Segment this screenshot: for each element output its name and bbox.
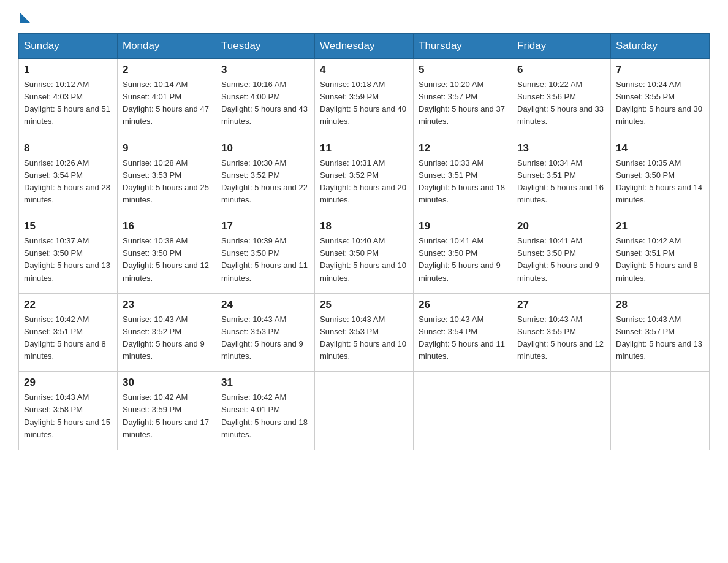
calendar-cell: 5 Sunrise: 10:20 AM Sunset: 3:57 PM Dayl… <box>414 59 512 137</box>
day-info: Sunrise: 10:43 AM Sunset: 3:53 PM Daylig… <box>221 313 309 363</box>
day-number: 27 <box>517 299 605 311</box>
day-info: Sunrise: 10:43 AM Sunset: 3:57 PM Daylig… <box>616 313 704 363</box>
day-info: Sunrise: 10:22 AM Sunset: 3:56 PM Daylig… <box>517 79 605 128</box>
day-number: 14 <box>616 142 704 155</box>
calendar: SundayMondayTuesdayWednesdayThursdayFrid… <box>18 33 710 450</box>
calendar-cell: 19 Sunrise: 10:41 AM Sunset: 3:50 PM Day… <box>414 215 512 294</box>
day-info: Sunrise: 10:43 AM Sunset: 3:52 PM Daylig… <box>123 313 211 363</box>
calendar-cell: 25 Sunrise: 10:43 AM Sunset: 3:53 PM Day… <box>315 293 414 372</box>
calendar-cell: 7 Sunrise: 10:24 AM Sunset: 3:55 PM Dayl… <box>611 59 710 137</box>
calendar-cell: 21 Sunrise: 10:42 AM Sunset: 3:51 PM Day… <box>611 215 710 294</box>
calendar-cell: 17 Sunrise: 10:39 AM Sunset: 3:50 PM Day… <box>216 215 315 294</box>
calendar-cell: 1 Sunrise: 10:12 AM Sunset: 4:03 PM Dayl… <box>19 59 118 137</box>
calendar-header-wednesday: Wednesday <box>315 34 414 59</box>
calendar-cell: 12 Sunrise: 10:33 AM Sunset: 3:51 PM Day… <box>414 137 512 215</box>
day-number: 28 <box>616 299 704 311</box>
day-info: Sunrise: 10:34 AM Sunset: 3:51 PM Daylig… <box>517 157 605 207</box>
day-info: Sunrise: 10:24 AM Sunset: 3:55 PM Daylig… <box>616 79 704 128</box>
calendar-cell: 24 Sunrise: 10:43 AM Sunset: 3:53 PM Day… <box>216 293 315 372</box>
day-number: 29 <box>24 377 112 389</box>
day-info: Sunrise: 10:43 AM Sunset: 3:54 PM Daylig… <box>419 313 507 363</box>
calendar-week-5: 29 Sunrise: 10:43 AM Sunset: 3:58 PM Day… <box>19 372 710 450</box>
day-number: 15 <box>24 220 112 232</box>
day-info: Sunrise: 10:28 AM Sunset: 3:53 PM Daylig… <box>123 157 211 207</box>
day-number: 23 <box>123 299 211 311</box>
day-info: Sunrise: 10:38 AM Sunset: 3:50 PM Daylig… <box>123 235 211 285</box>
day-info: Sunrise: 10:41 AM Sunset: 3:50 PM Daylig… <box>517 235 605 285</box>
calendar-week-1: 1 Sunrise: 10:12 AM Sunset: 4:03 PM Dayl… <box>19 59 710 137</box>
logo-arrow-icon <box>20 12 31 23</box>
day-number: 11 <box>320 142 408 155</box>
calendar-cell: 9 Sunrise: 10:28 AM Sunset: 3:53 PM Dayl… <box>118 137 216 215</box>
calendar-cell: 31 Sunrise: 10:42 AM Sunset: 4:01 PM Day… <box>216 372 315 450</box>
day-info: Sunrise: 10:20 AM Sunset: 3:57 PM Daylig… <box>419 79 507 128</box>
logo <box>18 12 31 21</box>
calendar-cell: 28 Sunrise: 10:43 AM Sunset: 3:57 PM Day… <box>611 293 710 372</box>
day-number: 25 <box>320 299 408 311</box>
calendar-header-monday: Monday <box>118 34 216 59</box>
calendar-cell <box>414 372 512 450</box>
calendar-cell: 27 Sunrise: 10:43 AM Sunset: 3:55 PM Day… <box>512 293 611 372</box>
day-number: 17 <box>221 220 309 232</box>
day-number: 1 <box>24 64 112 76</box>
day-number: 10 <box>221 142 309 155</box>
day-info: Sunrise: 10:14 AM Sunset: 4:01 PM Daylig… <box>123 79 211 128</box>
day-info: Sunrise: 10:40 AM Sunset: 3:50 PM Daylig… <box>320 235 408 285</box>
calendar-cell: 18 Sunrise: 10:40 AM Sunset: 3:50 PM Day… <box>315 215 414 294</box>
calendar-header-thursday: Thursday <box>414 34 512 59</box>
day-info: Sunrise: 10:42 AM Sunset: 3:59 PM Daylig… <box>123 391 211 441</box>
day-number: 13 <box>517 142 605 155</box>
calendar-cell: 3 Sunrise: 10:16 AM Sunset: 4:00 PM Dayl… <box>216 59 315 137</box>
day-info: Sunrise: 10:16 AM Sunset: 4:00 PM Daylig… <box>221 79 309 128</box>
calendar-header-tuesday: Tuesday <box>216 34 315 59</box>
page: SundayMondayTuesdayWednesdayThursdayFrid… <box>0 0 728 462</box>
day-info: Sunrise: 10:30 AM Sunset: 3:52 PM Daylig… <box>221 157 309 207</box>
day-number: 21 <box>616 220 704 232</box>
calendar-cell: 22 Sunrise: 10:42 AM Sunset: 3:51 PM Day… <box>19 293 118 372</box>
day-info: Sunrise: 10:41 AM Sunset: 3:50 PM Daylig… <box>419 235 507 285</box>
calendar-cell: 13 Sunrise: 10:34 AM Sunset: 3:51 PM Day… <box>512 137 611 215</box>
calendar-cell <box>315 372 414 450</box>
day-number: 24 <box>221 299 309 311</box>
day-info: Sunrise: 10:26 AM Sunset: 3:54 PM Daylig… <box>24 157 112 207</box>
day-number: 18 <box>320 220 408 232</box>
calendar-week-3: 15 Sunrise: 10:37 AM Sunset: 3:50 PM Day… <box>19 215 710 294</box>
day-info: Sunrise: 10:33 AM Sunset: 3:51 PM Daylig… <box>419 157 507 207</box>
calendar-cell: 29 Sunrise: 10:43 AM Sunset: 3:58 PM Day… <box>19 372 118 450</box>
calendar-cell <box>611 372 710 450</box>
day-info: Sunrise: 10:43 AM Sunset: 3:53 PM Daylig… <box>320 313 408 363</box>
day-info: Sunrise: 10:39 AM Sunset: 3:50 PM Daylig… <box>221 235 309 285</box>
calendar-cell: 26 Sunrise: 10:43 AM Sunset: 3:54 PM Day… <box>414 293 512 372</box>
calendar-cell: 20 Sunrise: 10:41 AM Sunset: 3:50 PM Day… <box>512 215 611 294</box>
calendar-cell: 23 Sunrise: 10:43 AM Sunset: 3:52 PM Day… <box>118 293 216 372</box>
calendar-week-4: 22 Sunrise: 10:42 AM Sunset: 3:51 PM Day… <box>19 293 710 372</box>
day-number: 7 <box>616 64 704 76</box>
day-number: 12 <box>419 142 507 155</box>
day-number: 6 <box>517 64 605 76</box>
calendar-header-saturday: Saturday <box>611 34 710 59</box>
day-number: 9 <box>123 142 211 155</box>
day-number: 3 <box>221 64 309 76</box>
day-number: 8 <box>24 142 112 155</box>
day-number: 22 <box>24 299 112 311</box>
day-number: 20 <box>517 220 605 232</box>
calendar-cell: 11 Sunrise: 10:31 AM Sunset: 3:52 PM Day… <box>315 137 414 215</box>
calendar-cell: 2 Sunrise: 10:14 AM Sunset: 4:01 PM Dayl… <box>118 59 216 137</box>
day-info: Sunrise: 10:12 AM Sunset: 4:03 PM Daylig… <box>24 79 112 128</box>
calendar-cell: 30 Sunrise: 10:42 AM Sunset: 3:59 PM Day… <box>118 372 216 450</box>
day-number: 30 <box>123 377 211 389</box>
day-info: Sunrise: 10:42 AM Sunset: 4:01 PM Daylig… <box>221 391 309 441</box>
day-number: 5 <box>419 64 507 76</box>
day-info: Sunrise: 10:43 AM Sunset: 3:55 PM Daylig… <box>517 313 605 363</box>
day-number: 31 <box>221 377 309 389</box>
calendar-cell: 6 Sunrise: 10:22 AM Sunset: 3:56 PM Dayl… <box>512 59 611 137</box>
calendar-body: 1 Sunrise: 10:12 AM Sunset: 4:03 PM Dayl… <box>19 59 710 450</box>
day-number: 26 <box>419 299 507 311</box>
day-number: 2 <box>123 64 211 76</box>
calendar-week-2: 8 Sunrise: 10:26 AM Sunset: 3:54 PM Dayl… <box>19 137 710 215</box>
calendar-header-friday: Friday <box>512 34 611 59</box>
calendar-header-sunday: Sunday <box>19 34 118 59</box>
header <box>18 12 710 21</box>
calendar-cell <box>512 372 611 450</box>
day-info: Sunrise: 10:18 AM Sunset: 3:59 PM Daylig… <box>320 79 408 128</box>
